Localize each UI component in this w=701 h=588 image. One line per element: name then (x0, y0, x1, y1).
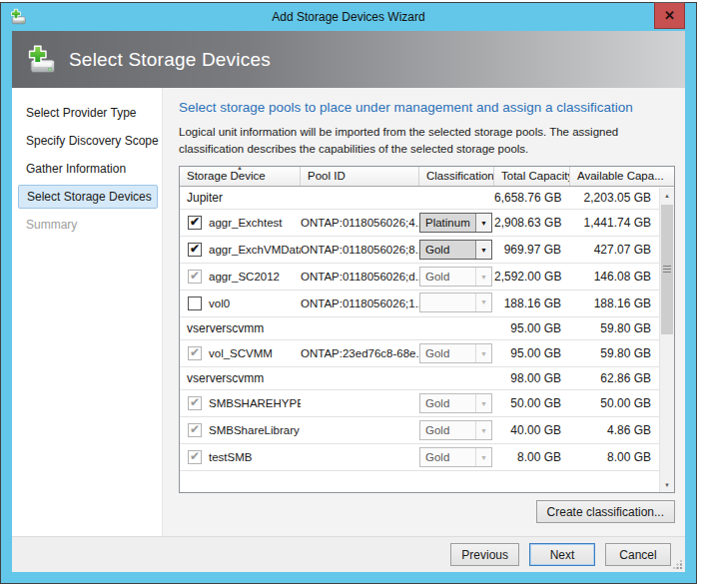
total-capacity: 188.16 GB (494, 296, 570, 310)
sidebar-item-select-provider-type[interactable]: Select Provider Type (18, 101, 158, 125)
resize-grip-icon[interactable] (673, 560, 683, 570)
vertical-scrollbar[interactable]: ▲ ▼ (659, 188, 674, 492)
total-capacity: 2,592.00 GB (494, 270, 570, 284)
device-checkbox[interactable]: ✔ (188, 243, 202, 257)
classification-dropdown: ▼ (419, 293, 492, 312)
cancel-button[interactable]: Cancel (605, 543, 671, 566)
total-capacity: 98.00 GB (494, 371, 570, 385)
available-capacity: 50.00 GB (570, 396, 659, 410)
device-checkbox: ✔ (188, 423, 202, 437)
table-row: ✔ aggr_ExchVMData ONTAP:0118056026;8... … (180, 237, 659, 264)
device-name: vol0 (209, 297, 230, 309)
titlebar[interactable]: Add Storage Devices Wizard ✕ (1, 3, 696, 31)
available-capacity: 8.00 GB (570, 450, 659, 464)
scrollbar-thumb[interactable] (661, 205, 673, 334)
device-name-cell: ✔ vol_SCVMM (180, 346, 301, 360)
total-capacity: 95.00 GB (494, 321, 570, 335)
available-capacity: 427.07 GB (570, 243, 659, 257)
group-name: vserverscvmm (180, 321, 494, 335)
previous-button[interactable]: Previous (450, 543, 519, 566)
classification-dropdown[interactable]: Gold ▼ (419, 240, 492, 260)
device-name: testSMB (209, 451, 252, 463)
total-capacity: 8.00 GB (494, 450, 570, 464)
device-checkbox: ✔ (188, 450, 202, 464)
next-button[interactable]: Next (529, 543, 595, 566)
available-capacity: 1,441.74 GB (570, 216, 659, 230)
check-icon: ✔ (190, 243, 200, 255)
available-capacity: 59.80 GB (570, 321, 659, 335)
wizard-banner: Select Storage Devices (12, 31, 685, 88)
classification-dropdown: Gold ▼ (419, 393, 492, 413)
sort-ascending-icon: ▲ (237, 167, 243, 171)
chevron-down-icon[interactable]: ▼ (475, 241, 491, 259)
classification-cell: Platinum ▼ (419, 213, 494, 233)
classification-cell: Gold ▼ (419, 447, 494, 467)
table-row: ✔ aggr_Exchtest ONTAP:0118056026;4... Pl… (180, 210, 659, 237)
chevron-down-icon: ▼ (475, 421, 491, 439)
classification-dropdown[interactable]: Platinum ▼ (419, 213, 492, 233)
check-icon: ✔ (190, 346, 200, 358)
add-storage-icon (9, 8, 26, 25)
classification-dropdown: Gold ▼ (419, 420, 492, 440)
chevron-down-icon[interactable]: ▼ (475, 214, 491, 232)
table-row: ✔ SMBSHAREHYPERV Gold ▼ (180, 390, 659, 417)
classification-value: Gold (420, 344, 475, 362)
chevron-down-icon: ▼ (475, 294, 491, 311)
available-capacity: 188.16 GB (570, 296, 659, 310)
table-group-row: vserverscvmm 95.00 GB 59.80 GB (180, 317, 659, 340)
classification-cell: Gold ▼ (419, 393, 494, 413)
sidebar-item-select-storage-devices[interactable]: Select Storage Devices (18, 185, 158, 209)
sidebar-item-specify-discovery-scope[interactable]: Specify Discovery Scope (18, 129, 158, 153)
chevron-down-icon: ▼ (475, 448, 491, 466)
close-button[interactable]: ✕ (654, 2, 685, 29)
group-name: Jupiter (180, 191, 494, 205)
column-header-pool-id[interactable]: Pool ID (301, 167, 419, 186)
device-checkbox[interactable]: ✔ (188, 216, 202, 230)
pool-id: ONTAP:0118056026;1... (301, 297, 419, 309)
classification-value: Gold (420, 394, 475, 412)
table-group-row: vserverscvmm 98.00 GB 62.86 GB (180, 367, 659, 390)
chevron-down-icon: ▼ (475, 394, 491, 412)
classification-dropdown: Gold ▼ (419, 267, 492, 287)
classification-cell: Gold ▼ (419, 267, 494, 287)
scrollbar-grip (663, 266, 671, 274)
table-header: ▲ Storage Device Pool ID Classification … (180, 167, 674, 187)
check-icon: ✔ (190, 216, 200, 228)
device-name: SMBShareLibrary (209, 424, 300, 436)
device-checkbox[interactable] (188, 296, 202, 310)
total-capacity: 2,908.63 GB (494, 216, 570, 230)
sidebar-item-gather-information[interactable]: Gather Information (18, 157, 158, 181)
table-row: vol0 ONTAP:0118056026;1... ▼ 188.16 GB (180, 291, 659, 317)
pool-id: ONTAP:0118056026;d... (301, 271, 419, 283)
total-capacity: 969.97 GB (494, 243, 570, 257)
group-name: vserverscvmm (180, 371, 494, 385)
scroll-up-icon[interactable]: ▲ (660, 188, 674, 203)
section-description: Logical unit information will be importe… (179, 124, 662, 157)
page-title: Select Storage Devices (69, 49, 271, 71)
available-capacity: 59.80 GB (570, 346, 659, 360)
device-name: aggr_ExchVMData (209, 244, 301, 256)
sidebar-item-summary: Summary (18, 213, 158, 237)
device-name-cell: ✔ testSMB (180, 450, 301, 464)
pool-id: ONTAP:0118056026;8... (301, 244, 419, 256)
table-row: ✔ aggr_SC2012 ONTAP:0118056026;d... Gold… (180, 264, 659, 291)
device-name: vol_SCVMM (209, 347, 273, 359)
column-header-classification[interactable]: Classification (419, 167, 494, 186)
classification-value: Gold (420, 241, 475, 259)
table-group-row: Jupiter 6,658.76 GB 2,203.05 GB (180, 187, 659, 210)
column-header-available-capacity[interactable]: Available Capa... (570, 167, 674, 186)
check-icon: ✔ (190, 270, 200, 282)
window-body: Select Storage Devices Select Provider T… (12, 31, 685, 572)
wizard-footer: Previous Next Cancel (12, 536, 685, 572)
chevron-down-icon: ▼ (475, 268, 491, 286)
storage-devices-table: ▲ Storage Device Pool ID Classification … (179, 166, 675, 493)
create-classification-button[interactable]: Create classification... (536, 500, 675, 523)
classification-value: Gold (420, 268, 475, 286)
device-checkbox: ✔ (188, 270, 202, 284)
column-header-storage-device[interactable]: ▲ Storage Device (180, 167, 301, 186)
classification-dropdown: Gold ▼ (419, 343, 492, 363)
classification-cell: Gold ▼ (419, 343, 494, 363)
scroll-down-icon[interactable]: ▼ (660, 477, 674, 492)
column-header-total-capacity[interactable]: Total Capacity (494, 167, 570, 186)
table-row: ✔ SMBShareLibrary Gold ▼ (180, 417, 659, 444)
